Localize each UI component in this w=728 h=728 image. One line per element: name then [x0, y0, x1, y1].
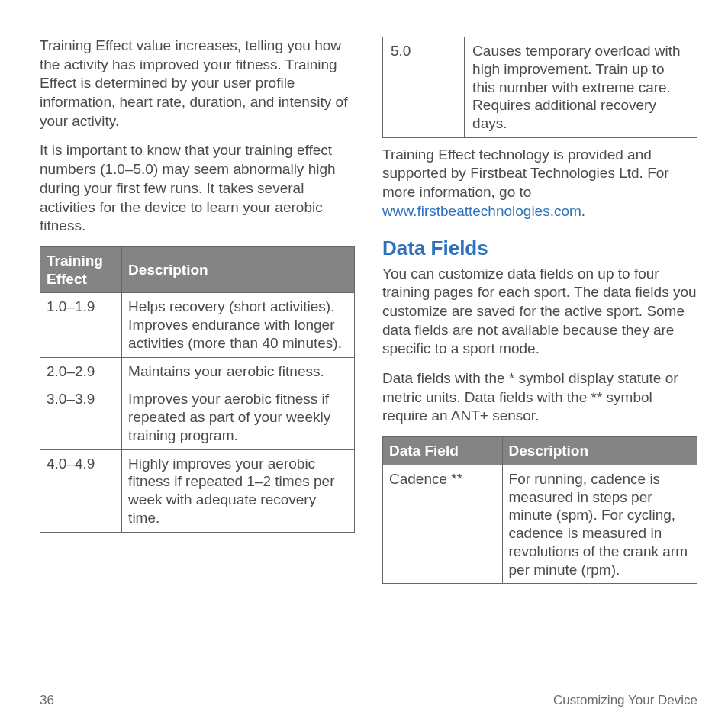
te-cell: Maintains your aerobic fitness.: [122, 357, 355, 385]
training-effect-table: Training Effect Description 1.0–1.9 Help…: [40, 246, 355, 533]
two-column-layout: Training Effect value increases, telling…: [40, 37, 697, 584]
te-header-1: Training Effect: [40, 246, 122, 293]
df-header-1: Data Field: [383, 437, 503, 465]
section-title: Customizing Your Device: [553, 693, 697, 708]
te-cell: Helps recovery (short activities). Impro…: [122, 293, 355, 357]
table-header-row: Data Field Description: [383, 437, 697, 465]
te-cell: Highly improves your aerobic fitness if …: [122, 449, 355, 532]
te-cell: 3.0–3.9: [40, 385, 122, 449]
section-heading-data-fields: Data Fields: [382, 237, 697, 260]
data-fields-table: Data Field Description Cadence ** For ru…: [382, 436, 697, 584]
table-row: 3.0–3.9 Improves your aerobic fitness if…: [40, 385, 355, 449]
firstbeat-paragraph: Training Effect technology is provided a…: [382, 146, 697, 221]
firstbeat-text: Training Effect technology is provided a…: [382, 147, 669, 200]
table-row: 4.0–4.9 Highly improves your aerobic fit…: [40, 449, 355, 532]
left-paragraph-2: It is important to know that your traini…: [40, 141, 355, 235]
df-cell: For running, cadence is measured in step…: [502, 465, 697, 584]
training-effect-overflow-table: 5.0 Causes temporary overload with high …: [382, 37, 697, 138]
te-cell: 2.0–2.9: [40, 357, 122, 385]
firstbeat-link[interactable]: www.firstbeattechnologies.com: [382, 203, 581, 219]
data-fields-paragraph-1: You can customize data fields on up to f…: [382, 265, 697, 359]
page-number: 36: [40, 693, 54, 708]
te-cell: 1.0–1.9: [40, 293, 122, 357]
table-row: 1.0–1.9 Helps recovery (short activities…: [40, 293, 355, 357]
right-column: 5.0 Causes temporary overload with high …: [382, 37, 697, 584]
period: .: [581, 203, 585, 219]
table-header-row: Training Effect Description: [40, 246, 355, 293]
df-header-2: Description: [502, 437, 697, 465]
te-cell: 4.0–4.9: [40, 449, 122, 532]
te-cell: Causes temporary overload with high impr…: [465, 37, 697, 138]
left-paragraph-1: Training Effect value increases, telling…: [40, 37, 355, 130]
te-cell: 5.0: [383, 37, 465, 138]
table-row: Cadence ** For running, cadence is measu…: [383, 465, 697, 584]
page: Training Effect value increases, telling…: [0, 0, 728, 728]
table-row: 5.0 Causes temporary overload with high …: [383, 37, 697, 138]
df-cell: Cadence **: [383, 465, 503, 584]
table-row: 2.0–2.9 Maintains your aerobic fitness.: [40, 357, 355, 385]
te-cell: Improves your aerobic fitness if repeate…: [122, 385, 355, 449]
left-column: Training Effect value increases, telling…: [40, 37, 355, 584]
page-footer: 36 Customizing Your Device: [40, 693, 697, 708]
te-header-2: Description: [122, 246, 355, 293]
data-fields-paragraph-2: Data fields with the * symbol display st…: [382, 369, 697, 426]
